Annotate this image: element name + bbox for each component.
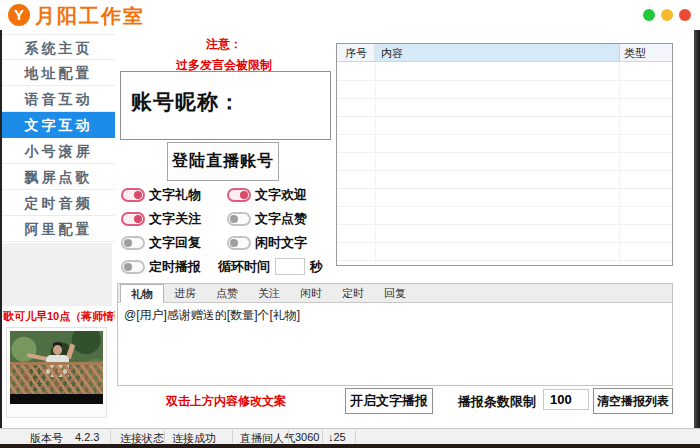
sidebar-item-alt-account-scroll[interactable]: 小号滚屏 [2,138,115,164]
person-head [53,345,62,355]
sidebar-item-address-config[interactable]: 地址配置 [2,60,115,86]
account-nickname-label: 账号昵称： [131,88,241,116]
status-separator [110,430,111,443]
close-light-icon[interactable] [679,9,691,21]
marquee-text: 歌可儿早10点（蒋师情歌小 [3,309,115,324]
toggle-switch-icon[interactable] [121,236,145,250]
app-window: Y 月阳工作室 系统主页 地址配置 语音互动 文字互动 小号滚屏 飘屏点歌 定时… [0,0,700,448]
broadcast-list-table[interactable]: 序号 内容 类型 [336,43,673,266]
connection-value: 连接成功 [172,431,216,446]
start-text-broadcast-button[interactable]: 开启文字播报 [345,388,433,414]
toggle-switch-icon[interactable] [121,188,145,202]
toggle-idle-text[interactable]: 闲时文字 [227,235,333,250]
status-separator [288,430,289,443]
sidebar: 系统主页 地址配置 语音互动 文字互动 小号滚屏 飘屏点歌 定时音频 阿里配置 … [2,30,115,428]
sidebar-item-float-song-request[interactable]: 飘屏点歌 [2,164,115,190]
notice-block: 注意： 过多发言会被限制 [118,36,330,74]
status-separator [164,430,165,443]
letterbox-bar [10,394,103,404]
sidebar-item-timed-audio[interactable]: 定时音频 [2,190,115,216]
template-tabbox: 礼物 进房 点赞 关注 闲时 定时 回复 @[用户]感谢赠送的[数量]个[礼物] [117,283,673,386]
tab-timed[interactable]: 定时 [332,284,374,303]
toggle-label: 文字关注 [149,210,201,228]
tab-idle[interactable]: 闲时 [290,284,332,303]
version-value: 4.2.3 [75,431,99,443]
toggle-label: 文字礼物 [149,186,201,204]
broadcast-limit-label: 播报条数限制 [458,393,536,411]
sidebar-item-system-home[interactable]: 系统主页 [2,34,115,60]
status-bar: 版本号 4.2.3 连接状态 连接成功 直播间人气 3060 ↓25 [0,428,700,444]
popularity-delta: ↓25 [328,431,346,443]
toggle-label: 文字点赞 [255,210,307,228]
loop-time-group: 循环时间 秒 [218,259,323,274]
broadcast-limit-input[interactable] [543,389,589,410]
restore-light-icon[interactable] [661,9,673,21]
login-live-account-button[interactable]: 登陆直播账号 [167,142,279,181]
clear-broadcast-list-button[interactable]: 清空播报列表 [593,388,673,414]
tab-gift[interactable]: 礼物 [120,284,164,303]
wooden-fence [10,362,103,394]
toggle-timed-broadcast[interactable]: 定时播报 [121,259,227,274]
person-arm [27,353,47,361]
table-header-content: 内容 [375,44,620,61]
window-frame-bottom [0,444,700,448]
toggle-switch-icon[interactable] [227,188,251,202]
loop-time-label: 循环时间 [218,258,270,276]
status-separator [232,430,233,443]
sidebar-menu: 系统主页 地址配置 语音互动 文字互动 小号滚屏 飘屏点歌 定时音频 阿里配置 [2,34,115,242]
toggle-switch-icon[interactable] [121,212,145,226]
app-logo-icon: Y [8,4,30,26]
toggle-switch-icon[interactable] [227,236,251,250]
popularity-value: 3060 [295,431,319,443]
toggle-label: 闲时文字 [255,234,307,252]
toggle-label: 文字欢迎 [255,186,307,204]
minimize-light-icon[interactable] [643,9,655,21]
app-title: 月阳工作室 [35,3,145,30]
table-body[interactable] [337,63,672,265]
title-bar: Y 月阳工作室 [0,0,700,30]
tab-like[interactable]: 点赞 [206,284,248,303]
toggle-switch-icon[interactable] [227,212,251,226]
toggle-switch-icon[interactable] [121,260,145,274]
video-scene [10,331,103,404]
toggle-grid: 文字礼物 文字欢迎 文字关注 文字点赞 文字回复 [121,187,341,283]
table-header-index: 序号 [337,44,375,61]
status-separator [322,430,323,443]
edit-hint-text: 双击上方内容修改文案 [120,393,332,410]
video-thumbnail [6,327,107,418]
toggle-text-reply[interactable]: 文字回复 [121,235,227,250]
table-header-row: 序号 内容 类型 [337,44,672,62]
template-text-area[interactable]: @[用户]感谢赠送的[数量]个[礼物] [118,303,672,385]
toggle-text-like[interactable]: 文字点赞 [227,211,333,226]
sidebar-item-voice-interaction[interactable]: 语音互动 [2,86,115,112]
loop-time-input[interactable] [275,258,305,275]
toggle-label: 定时播报 [149,258,201,276]
loop-time-unit: 秒 [310,258,323,276]
template-tabstrip: 礼物 进房 点赞 关注 闲时 定时 回复 [118,284,672,303]
toggle-text-gift[interactable]: 文字礼物 [121,187,227,202]
sidebar-empty-panel [2,243,112,306]
sidebar-item-ali-config[interactable]: 阿里配置 [2,216,115,242]
table-header-type: 类型 [620,44,672,61]
popularity-label: 直播间人气 [240,431,295,446]
sidebar-item-text-interaction[interactable]: 文字互动 [2,112,115,138]
notice-line1: 注意： [118,36,330,53]
toggle-label: 文字回复 [149,234,201,252]
tab-reply[interactable]: 回复 [374,284,416,303]
toggle-text-follow[interactable]: 文字关注 [121,211,227,226]
column-separator [619,63,620,265]
status-separator [355,430,356,443]
column-separator [375,63,376,265]
tab-follow[interactable]: 关注 [248,284,290,303]
account-nickname-box: 账号昵称： [120,71,331,140]
connection-label: 连接状态 [120,431,164,446]
version-label: 版本号 [30,431,63,446]
window-frame-right [694,30,700,428]
tab-enter-room[interactable]: 进房 [164,284,206,303]
toggle-text-welcome[interactable]: 文字欢迎 [227,187,333,202]
